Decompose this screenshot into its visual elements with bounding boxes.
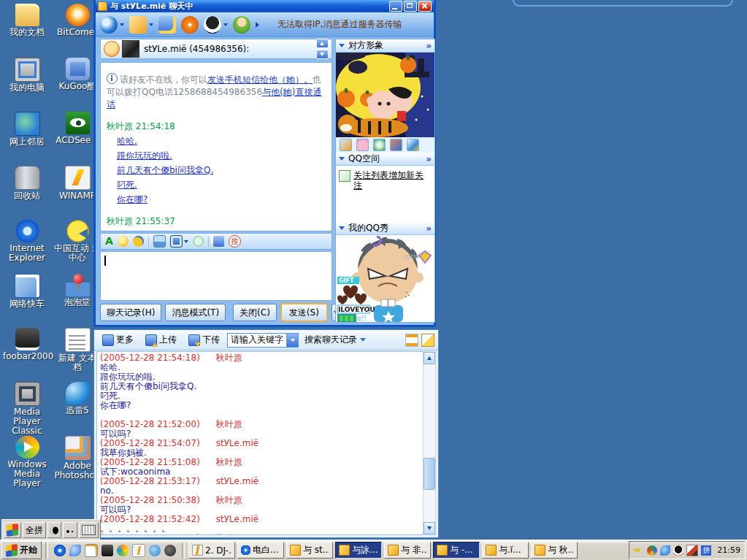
notes-icon[interactable] [686, 545, 698, 556]
desktop: 我的文档 我的电脑 网上邻居 回收站 Internet Explorer 网络快… [0, 0, 747, 560]
mobile-sms-icon[interactable] [213, 236, 224, 247]
scroll-up-button[interactable] [316, 39, 329, 48]
desktop-icon-flashget[interactable]: 网络快车 [2, 274, 52, 328]
app-icon[interactable] [164, 545, 176, 556]
task-button[interactable]: 与詠... [335, 542, 382, 559]
history-content[interactable]: (2005-12-28 21:54:18)秋叶原 哈哈. 跟你玩玩的啦. 前几天… [96, 351, 424, 535]
font-icon[interactable]: A [105, 236, 113, 247]
desktop-icon-internet-explorer[interactable]: Internet Explorer [2, 220, 52, 274]
desktop-icon-wmp[interactable]: Windows Media Player [2, 436, 52, 490]
close-chat-button[interactable]: 关闭(C) [233, 304, 277, 321]
section-header-peer-image[interactable]: 对方形象 » [336, 39, 434, 53]
media-player-icon[interactable] [117, 545, 129, 556]
peer-name-label: stУLe.mіё (454986356): [144, 44, 249, 54]
show-image-icon[interactable] [340, 139, 352, 151]
magic-emoticon-icon[interactable] [133, 236, 144, 247]
ime-softkeyboard-button[interactable] [79, 522, 99, 538]
popo-icon[interactable] [149, 545, 161, 556]
send-button[interactable]: 发送(S) [280, 303, 328, 322]
more-button[interactable]: 更多 [98, 331, 138, 348]
scroll-down-button[interactable] [316, 50, 329, 59]
tile-view-icon[interactable] [421, 334, 434, 347]
mobile-message-icon[interactable] [158, 16, 176, 34]
network-globe-icon[interactable] [647, 545, 657, 556]
section-header-qzone[interactable]: QQ空间 » [336, 153, 434, 166]
refresh-icon[interactable] [373, 139, 386, 151]
chevron-down-icon[interactable] [120, 23, 124, 26]
message-sender: 秋叶原 21:54:18 [107, 120, 326, 133]
task-button[interactable]: 电白... [237, 542, 284, 559]
ime-punctuation-button[interactable] [63, 522, 77, 538]
scroll-up-button[interactable] [424, 352, 435, 364]
desktop-icon-my-documents[interactable]: 我的文档 [2, 4, 52, 58]
search-history-button[interactable]: 搜索聊天记录 [302, 334, 369, 346]
screen-capture-icon[interactable] [170, 235, 183, 248]
chat-history-button[interactable]: 聊天记录(H) [100, 304, 161, 321]
audio-video-chat-icon[interactable] [100, 16, 118, 34]
moon-icon [50, 526, 58, 534]
emoticon-icon[interactable] [118, 236, 129, 247]
list-view-icon[interactable] [405, 334, 418, 347]
close-button[interactable] [418, 1, 432, 12]
qq-icon[interactable] [673, 545, 683, 556]
music-icon[interactable] [181, 16, 199, 34]
message-mode-button[interactable]: 消息模式(T) [165, 304, 226, 321]
messenger-icon[interactable] [69, 545, 81, 556]
taskbar-clock[interactable]: 21:59 [717, 545, 740, 555]
combo-dropdown-icon[interactable] [286, 334, 298, 347]
maximize-button[interactable] [404, 1, 417, 12]
expand-more-icon[interactable]: » [426, 41, 432, 51]
winamp-icon[interactable] [132, 544, 145, 557]
dress-up-icon[interactable] [356, 139, 369, 151]
chevron-down-icon[interactable] [184, 240, 188, 243]
start-button[interactable]: 开始 [1, 541, 42, 559]
task-button[interactable]: 与 -... [433, 542, 480, 559]
foobar-icon[interactable] [101, 545, 113, 556]
add-friend-icon[interactable] [233, 16, 250, 34]
task-button[interactable]: 与 秋... [531, 542, 578, 559]
chevron-down-icon[interactable] [149, 23, 153, 26]
wordpad-icon[interactable] [85, 544, 98, 557]
scrollbar-thumb[interactable] [424, 458, 435, 490]
search-icon[interactable]: 搜 [229, 235, 241, 248]
message-view[interactable]: 该好友不在线，你可以发送手机短信给他（她）。也可以拨打QQ电话125868845… [100, 62, 332, 231]
download-button[interactable]: 下传 [184, 331, 224, 348]
keyword-combo[interactable]: 请输入关键字 [227, 333, 299, 348]
task-button[interactable]: 与.ї... [482, 542, 529, 559]
history-scrollbar[interactable] [423, 351, 436, 535]
task-button[interactable]: 与 非... [384, 542, 431, 559]
doodle-icon[interactable] [193, 236, 204, 247]
desktop-icon-network-places[interactable]: 网上邻居 [2, 112, 52, 166]
pinyin-ime-icon[interactable]: 拼 [701, 545, 711, 556]
ime-windows-icon[interactable] [4, 522, 21, 538]
task-button[interactable]: 与 st... [286, 542, 333, 559]
expand-more-icon[interactable]: » [426, 223, 432, 234]
desktop-icon-foobar2000[interactable]: foobar2000 [2, 328, 52, 382]
volume-icon[interactable] [634, 545, 644, 556]
desktop-icon-my-computer[interactable]: 我的电脑 [2, 58, 52, 112]
flashget-icon[interactable] [660, 545, 670, 556]
send-sms-link[interactable]: 发送手机短信给他（她）。 [207, 74, 313, 85]
edit-pen-icon[interactable] [407, 139, 419, 151]
qq-show-icon[interactable] [204, 16, 221, 34]
upload-button[interactable]: 上传 [141, 331, 181, 348]
chevron-down-icon[interactable] [223, 23, 228, 26]
more-tools-icon[interactable] [256, 22, 259, 28]
peer-avatar[interactable] [122, 40, 139, 58]
scroll-down-button[interactable] [424, 522, 435, 534]
expand-more-icon[interactable]: » [426, 154, 432, 164]
minimize-button[interactable] [389, 1, 402, 12]
send-file-icon[interactable] [129, 16, 147, 34]
message-input[interactable] [100, 251, 332, 301]
photo-icon[interactable] [390, 139, 402, 151]
section-header-qqshow[interactable]: 我的QQ秀 » [336, 222, 434, 235]
ie-icon[interactable] [54, 545, 66, 556]
ime-fullwidth-button[interactable] [47, 522, 61, 538]
desktop-icon-mpc[interactable]: Media Player Classic [2, 382, 52, 436]
ime-mode-button[interactable]: 全拼 [23, 522, 46, 538]
desktop-icon-recycle-bin[interactable]: 回收站 [2, 166, 52, 220]
chat-title-bar[interactable]: 与 stУLe.mіё 聊天中 [96, 0, 434, 12]
task-button[interactable]: 2. DJ-... [188, 542, 235, 559]
qzone-follow-link[interactable]: 关注列表增加新关注 [353, 170, 432, 191]
send-image-icon[interactable] [153, 235, 166, 248]
